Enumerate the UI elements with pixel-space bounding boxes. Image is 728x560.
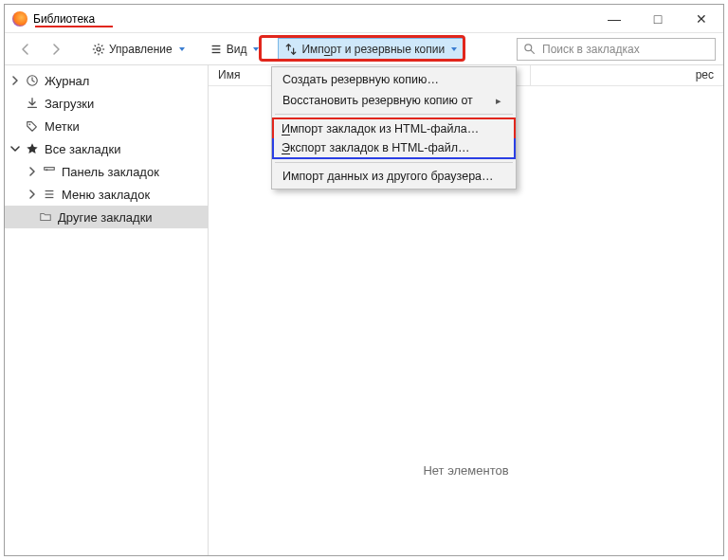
- search-input[interactable]: [540, 42, 709, 57]
- menu-import-browser[interactable]: Импорт данных из другого браузера…: [273, 166, 515, 187]
- svg-point-16: [29, 123, 31, 125]
- import-export-icon: [284, 43, 298, 56]
- tree-tags[interactable]: Метки: [5, 115, 208, 137]
- tree-bookmarks-toolbar[interactable]: Панель закладок: [5, 160, 208, 183]
- menu-restore[interactable]: Восстановить резервную копию от ▸: [273, 90, 515, 111]
- tree-bookmarks-menu[interactable]: Меню закладок: [5, 183, 208, 206]
- library-window: Библиотека — □ ✕: [4, 4, 724, 556]
- minimize-button[interactable]: —: [592, 5, 636, 33]
- search-box[interactable]: [517, 38, 716, 61]
- menu-label: Восстановить резервную копию от: [282, 94, 473, 107]
- twisty-spacer: [9, 119, 22, 133]
- menu-separator: [275, 162, 513, 163]
- star-icon: [25, 141, 40, 156]
- search-icon: [523, 43, 536, 55]
- tree-downloads[interactable]: Загрузки: [5, 92, 208, 115]
- svg-point-12: [525, 45, 532, 51]
- import-backup-menu-button[interactable]: Импорт и резервные копии: [278, 38, 464, 61]
- chevron-down-icon[interactable]: [9, 142, 22, 155]
- close-button[interactable]: ✕: [680, 5, 723, 33]
- menu-label: Импорт закладок из HTML-файла…: [282, 122, 479, 135]
- menu-export-html[interactable]: Экспорт закладок в HTML-файл…: [272, 138, 516, 159]
- svg-line-13: [531, 50, 534, 53]
- svg-point-0: [97, 46, 100, 50]
- folder-icon: [38, 209, 53, 225]
- manage-label: Управление: [109, 43, 173, 56]
- manage-menu-button[interactable]: Управление: [86, 38, 191, 61]
- svg-rect-17: [45, 168, 55, 171]
- back-button[interactable]: [12, 38, 39, 61]
- highlight-underline: [35, 26, 113, 27]
- svg-line-7: [95, 51, 96, 52]
- menu-label: Импорт данных из другого браузера…: [282, 170, 494, 183]
- clock-icon: [25, 73, 40, 88]
- chevron-right-icon: ▸: [496, 95, 501, 107]
- menu-icon: [42, 187, 57, 202]
- menu-label: Создать резервную копию…: [282, 73, 439, 86]
- col-address[interactable]: рес: [531, 65, 723, 85]
- tree-all-bookmarks[interactable]: Все закладки: [5, 137, 208, 160]
- tag-icon: [25, 118, 40, 134]
- tree-other-bookmarks[interactable]: Другие закладки: [5, 206, 208, 228]
- download-icon: [25, 96, 40, 111]
- window-title: Библиотека: [33, 12, 95, 26]
- list-icon: [209, 43, 223, 56]
- svg-line-6: [101, 51, 102, 52]
- view-menu-button[interactable]: Вид: [204, 38, 265, 61]
- sidebar-tree: Журнал Загрузки Метки: [5, 65, 209, 555]
- chevron-right-icon[interactable]: [26, 165, 39, 178]
- toolbar: Управление Вид Импорт и резервные копии: [5, 33, 723, 65]
- tree-label: Другие закладки: [58, 210, 153, 225]
- chevron-right-icon[interactable]: [26, 188, 39, 201]
- arrow-left-icon: [18, 42, 33, 57]
- arrow-right-icon: [48, 42, 64, 57]
- tree-label: Панель закладок: [62, 165, 159, 179]
- tree-label: Меню закладок: [62, 188, 150, 202]
- svg-line-5: [95, 45, 96, 45]
- toolbar-icon: [42, 164, 57, 179]
- tree-label: Журнал: [45, 74, 89, 88]
- empty-message: Нет элементов: [209, 463, 723, 478]
- gear-icon: [92, 43, 105, 56]
- import-backup-menu: Создать резервную копию… Восстановить ре…: [271, 66, 517, 190]
- tree-label: Метки: [45, 119, 80, 134]
- twisty-spacer: [9, 97, 22, 110]
- tree-label: Все закладки: [45, 142, 120, 156]
- svg-line-8: [101, 45, 102, 45]
- titlebar: Библиотека — □ ✕: [5, 5, 723, 33]
- menu-separator: [275, 114, 513, 115]
- maximize-button[interactable]: □: [636, 5, 680, 33]
- view-label: Вид: [227, 43, 247, 56]
- tree-history[interactable]: Журнал: [5, 69, 208, 92]
- menu-label: Экспорт закладок в HTML-файл…: [282, 141, 469, 154]
- firefox-icon: [12, 11, 27, 27]
- tree-label: Загрузки: [45, 97, 94, 111]
- forward-button[interactable]: [43, 38, 69, 61]
- menu-create-backup[interactable]: Создать резервную копию…: [273, 69, 515, 90]
- window-controls: — □ ✕: [592, 5, 723, 33]
- chevron-right-icon[interactable]: [9, 74, 22, 87]
- menu-import-html[interactable]: Импорт закладок из HTML-файла…: [272, 117, 516, 138]
